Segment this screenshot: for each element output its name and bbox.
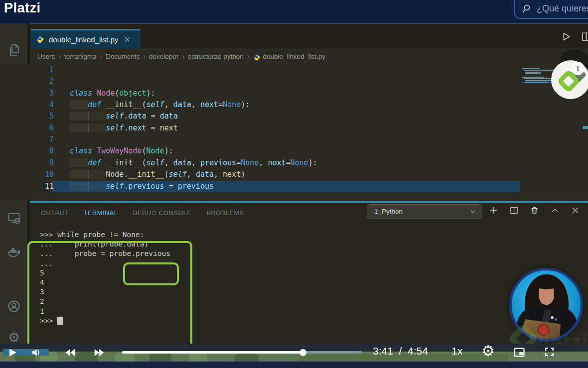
code-line[interactable]: 2 (0, 76, 588, 87)
code-line[interactable]: 10 Node.__init__(self, data, next) (0, 169, 588, 180)
line-number: 8 (30, 145, 54, 157)
line-number: 4 (30, 99, 54, 111)
code-line[interactable]: 3class Node(object): (0, 88, 588, 99)
code-text: class Node(object): (70, 88, 155, 99)
fast-forward-button[interactable] (93, 346, 107, 359)
line-number: 9 (30, 157, 54, 169)
line-number: 7 (30, 134, 54, 145)
code-line[interactable]: 6 self.next = next (0, 123, 588, 134)
site-header: Platzi (0, 0, 588, 23)
breadcrumb-separator: › (182, 52, 184, 60)
remote-explorer-icon[interactable] (6, 210, 21, 225)
info-badge-icon[interactable]: i (571, 62, 585, 75)
account-icon[interactable] (6, 299, 21, 314)
code-text: def __init__(self, data, next=None): (70, 99, 250, 111)
volume-button[interactable] (30, 346, 43, 359)
breadcrumb-separator: › (100, 52, 102, 60)
line-number: 3 (30, 88, 54, 99)
vscode-video-frame: ⚙ double_linked_list.py Users›terranigma… (0, 23, 588, 344)
code-line[interactable]: 1 (0, 64, 588, 76)
line-number: 6 (30, 123, 54, 134)
breadcrumb: Users›terranigma›Documents›developer›est… (30, 48, 588, 64)
panel-tab-output[interactable]: OUTPUT (40, 207, 70, 220)
panel-tab-bar: OUTPUTTERMINALDEBUG CONSOLEPROBLEMS (40, 207, 245, 220)
terminal-line: >>> while probe != None: (40, 230, 145, 240)
split-editor-icon[interactable] (580, 30, 588, 43)
terminal-selector-dropdown[interactable]: 1: Python (367, 204, 482, 219)
player-settings-icon[interactable]: ⚙ (481, 342, 495, 360)
close-icon[interactable] (570, 205, 581, 216)
progress-knob[interactable] (299, 349, 306, 356)
annotation-box-previous (123, 262, 179, 285)
playback-speed-button[interactable]: 1x (451, 345, 462, 357)
code-line[interactable]: 5 self.data = data (0, 111, 588, 122)
platzi-video-player-page: ⚙ double_linked_list.py Users›terranigma… (0, 0, 588, 368)
tab-close-icon[interactable] (123, 35, 132, 44)
breadcrumb-separator: › (143, 52, 146, 60)
bottom-navy-strip (0, 362, 588, 368)
fullscreen-icon[interactable] (543, 346, 556, 358)
play-button[interactable] (6, 347, 18, 359)
player-controls-bar: 3:41 / 4:54 1x ⚙ (0, 344, 588, 368)
picture-in-picture-icon[interactable] (512, 346, 527, 359)
annotation-box-terminal (27, 241, 192, 355)
duration: 4:54 (408, 345, 428, 357)
docker-icon[interactable] (6, 244, 21, 259)
line-number: 11 (30, 181, 54, 192)
code-line[interactable]: 11 self.previous = previous (0, 181, 588, 192)
search-icon (521, 3, 532, 14)
instructor-webcam (509, 268, 583, 342)
code-line[interactable]: 4 def __init__(self, data, next=None): (0, 99, 588, 111)
new-terminal-plus-icon[interactable] (488, 205, 499, 216)
rewind-button[interactable] (63, 346, 77, 359)
current-time: 3:41 (373, 345, 393, 357)
panel-tab-debug-console[interactable]: DEBUG CONSOLE (132, 207, 192, 220)
line-number: 1 (30, 64, 54, 76)
time-display: 3:41 / 4:54 (373, 345, 428, 357)
python-file-icon (253, 54, 261, 61)
breadcrumb-item[interactable]: developer (149, 53, 178, 60)
instructor-fringe (536, 279, 558, 289)
panel-actions (488, 205, 581, 216)
breadcrumb-item[interactable]: double_linked_list.py (263, 53, 325, 60)
search-box[interactable] (514, 0, 588, 19)
code-line[interactable]: 9 def __init__(self, data, previous=None… (0, 157, 588, 169)
breadcrumb-item[interactable]: Users (37, 53, 55, 60)
platzi-logo[interactable]: Platzi (4, 0, 41, 16)
breadcrumb-separator: › (247, 52, 250, 60)
split-terminal-icon[interactable] (509, 205, 519, 216)
code-line[interactable]: 7 (0, 134, 588, 145)
laptop-sticker (538, 324, 549, 336)
chevron-up-icon[interactable] (550, 205, 560, 216)
python-file-icon (36, 35, 44, 44)
line-number: 5 (30, 111, 54, 122)
scrollbar-marker (583, 126, 588, 129)
tab-label: double_linked_list.py (49, 35, 118, 44)
run-file-icon[interactable] (559, 30, 572, 43)
line-number: 2 (30, 76, 54, 87)
info-glyph: i (577, 64, 579, 73)
code-line[interactable]: 8class TwoWayNode(Node): (0, 145, 588, 157)
editor-tab-strip: double_linked_list.py (30, 23, 588, 48)
trash-icon[interactable] (529, 205, 540, 216)
breadcrumb-item[interactable]: Documents (106, 53, 140, 60)
tab-double-linked-list[interactable]: double_linked_list.py (31, 29, 141, 49)
chevron-down-icon (469, 208, 477, 216)
progress-fill (122, 351, 300, 354)
line-number: 10 (30, 169, 54, 180)
settings-gear-icon[interactable]: ⚙ (6, 330, 21, 345)
search-input[interactable] (537, 3, 588, 14)
jacket-pin-blue (555, 318, 557, 321)
breadcrumb-item[interactable]: estructuras-python (188, 53, 244, 60)
code-text: class TwoWayNode(Node): (70, 145, 173, 157)
code-text: def __init__(self, data, previous=None, … (70, 157, 317, 169)
progress-bar[interactable] (122, 351, 362, 355)
breadcrumb-item[interactable]: terranigma (64, 53, 97, 60)
panel-tab-problems[interactable]: PROBLEMS (206, 207, 245, 220)
explorer-icon[interactable] (6, 42, 21, 57)
panel-tab-terminal[interactable]: TERMINAL (83, 207, 119, 220)
breadcrumb-separator: › (58, 52, 61, 60)
code-text: self.previous = previous (70, 181, 214, 192)
code-editor[interactable]: 123class Node(object):4 def __init__(sel… (0, 64, 588, 200)
jacket-pin (551, 316, 554, 319)
